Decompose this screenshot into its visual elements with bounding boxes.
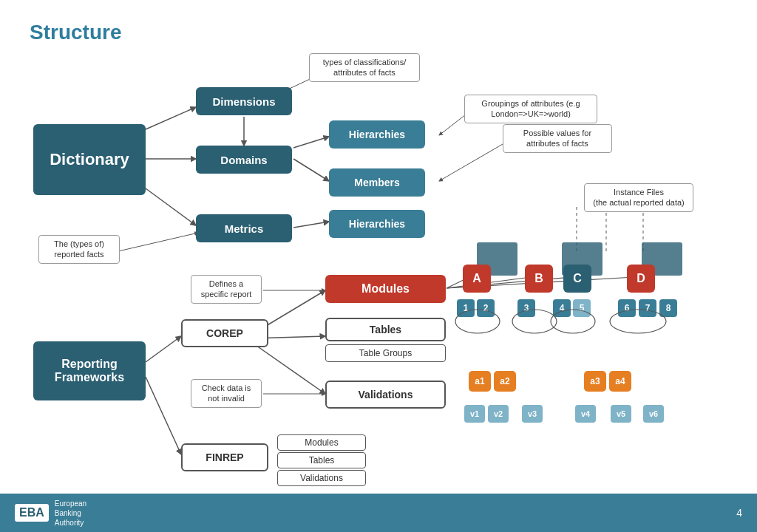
dictionary-box: Dictionary (33, 124, 146, 195)
finrep-modules-box: Modules (277, 434, 366, 451)
svg-line-8 (146, 377, 181, 454)
hierarchies1-box: Hierarchies (329, 120, 425, 149)
annotation-possible-values: Possible values for attributes of facts (503, 124, 612, 153)
svg-line-11 (251, 342, 325, 394)
svg-line-7 (146, 336, 181, 362)
finrep-box: FINREP (181, 443, 268, 471)
footer: EBA European Banking Authority 4 (0, 494, 757, 532)
v-label-4: v4 (575, 405, 596, 423)
reporting-frameworks-box: Reporting Frameworks (33, 341, 146, 400)
badge-c: C (563, 265, 591, 293)
footer-logo: EBA (15, 504, 49, 522)
tables-box: Tables (325, 318, 446, 341)
annotation-reported-facts: The (types of) reported facts (38, 235, 120, 264)
domains-box: Domains (196, 146, 292, 174)
num-7: 7 (639, 299, 656, 317)
footer-org: European Banking Authority (55, 499, 86, 528)
svg-line-21 (439, 144, 503, 181)
badge-b: B (525, 265, 553, 293)
annotation-check-data: Check data is not invalid (191, 379, 262, 408)
v-label-6: v6 (643, 405, 664, 423)
badge-d: D (627, 265, 655, 293)
slide: Structure (0, 0, 757, 532)
validations-box: Validations (325, 381, 446, 409)
v-label-1: v1 (464, 405, 485, 423)
annotation-groupings: Groupings of attributes (e.g London=>UK=… (464, 95, 597, 123)
svg-line-5 (293, 159, 329, 181)
page-title: Structure (30, 21, 121, 44)
svg-line-2 (146, 188, 196, 225)
num-1: 1 (457, 299, 475, 317)
num-3: 3 (517, 299, 535, 317)
val-a1: a1 (469, 371, 491, 392)
v-label-2: v2 (488, 405, 509, 423)
badge-a: A (463, 265, 491, 293)
num-2: 2 (477, 299, 495, 317)
val-a3: a3 (584, 371, 606, 392)
svg-line-0 (146, 107, 196, 129)
dimensions-box: Dimensions (196, 87, 292, 115)
modules-box: Modules (325, 275, 446, 303)
table-groups-box: Table Groups (325, 344, 446, 362)
num-5: 5 (573, 299, 591, 317)
val-a2: a2 (494, 371, 516, 392)
finrep-tables-box: Tables (277, 452, 366, 468)
corep-box: COREP (181, 319, 268, 347)
num-8: 8 (659, 299, 677, 317)
svg-line-6 (293, 222, 329, 228)
num-4: 4 (553, 299, 571, 317)
annotation-defines-report: Defines a specific report (191, 275, 262, 304)
finrep-validations-box: Validations (277, 470, 366, 486)
metrics-box: Metrics (196, 214, 292, 242)
footer-page-number: 4 (736, 507, 742, 519)
svg-line-22 (118, 233, 198, 251)
members-box: Members (329, 168, 425, 197)
hierarchies2-box: Hierarchies (329, 210, 425, 238)
v-label-3: v3 (522, 405, 543, 423)
svg-line-20 (439, 115, 466, 135)
num-6: 6 (618, 299, 636, 317)
annotation-classifications: types of classifications/ attributes of … (309, 53, 420, 82)
svg-line-4 (293, 137, 329, 148)
v-label-5: v5 (611, 405, 631, 423)
annotation-instance-files: Instance Files (the actual reported data… (584, 183, 693, 212)
val-a4: a4 (609, 371, 631, 392)
